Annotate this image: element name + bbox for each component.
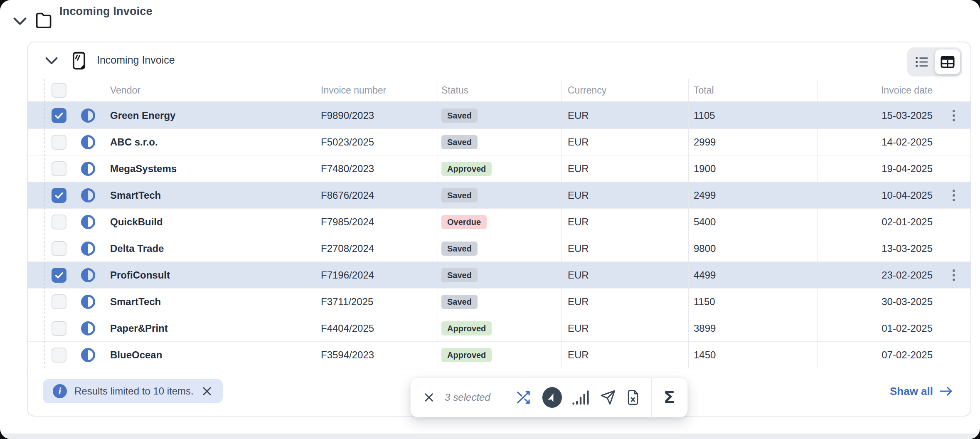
table-row[interactable]: BlueOcean F3594/2023 Approved EUR 1450 0… bbox=[28, 342, 970, 368]
total-value: 9800 bbox=[694, 243, 716, 254]
contrast-icon bbox=[81, 161, 96, 176]
invoice-number-cell: F7196/2024 bbox=[314, 262, 438, 288]
currency-cell: EUR bbox=[562, 209, 689, 235]
shuffle-icon[interactable] bbox=[515, 390, 532, 405]
table-row[interactable]: ABC s.r.o. F5023/2025 Saved EUR 2999 14-… bbox=[28, 129, 970, 155]
contrast-icon bbox=[81, 215, 96, 229]
row-menu-kebab-icon[interactable] bbox=[950, 187, 958, 204]
currency-value: EUR bbox=[568, 323, 589, 334]
row-checkbox[interactable] bbox=[52, 108, 66, 123]
gutter-cell bbox=[28, 102, 44, 128]
total-cell: 3899 bbox=[689, 315, 817, 341]
card-title: Incoming Invoice bbox=[97, 54, 175, 66]
column-header-invoice-date[interactable]: Invoice date bbox=[817, 79, 937, 101]
vendor-name: Paper&Print bbox=[110, 323, 168, 334]
row-checkbox-cell bbox=[44, 342, 74, 368]
currency-cell: EUR bbox=[562, 102, 689, 128]
row-checkbox[interactable] bbox=[52, 294, 66, 309]
table-row[interactable]: ProfiConsult F7196/2024 Saved EUR 4499 2… bbox=[28, 262, 970, 289]
vendor-name: Delta Trade bbox=[110, 243, 164, 254]
row-checkbox[interactable] bbox=[52, 135, 66, 150]
row-checkbox-cell bbox=[44, 102, 74, 128]
invoice-date-cell: 19-04-2025 bbox=[817, 155, 937, 182]
table-view-icon bbox=[940, 55, 955, 69]
results-limit-text: Results limited to 10 items. bbox=[74, 385, 194, 397]
vendor-name: Green Energy bbox=[110, 110, 175, 121]
table-body: Green Energy F9890/2023 Saved EUR 1105 1… bbox=[28, 102, 970, 368]
table-row[interactable]: MegaSystems F7480/2023 Approved EUR 1900… bbox=[28, 155, 970, 182]
row-actions-cell bbox=[937, 209, 970, 235]
currency-cell: EUR bbox=[562, 155, 689, 182]
row-checkbox[interactable] bbox=[52, 188, 66, 203]
column-header-total[interactable]: Total bbox=[689, 79, 817, 101]
invoice-date-cell: 02-01-2025 bbox=[817, 209, 937, 235]
status-cell: Approved bbox=[438, 315, 562, 341]
currency-cell: EUR bbox=[562, 315, 689, 341]
header-actions-cell bbox=[937, 79, 970, 101]
window-bottom-bar bbox=[0, 434, 980, 439]
card-collapse-chevron-down-icon[interactable] bbox=[44, 55, 59, 67]
signal-bars-icon[interactable] bbox=[572, 389, 590, 406]
vendor-cell: ProfiConsult bbox=[103, 262, 314, 288]
select-all-checkbox[interactable] bbox=[52, 83, 66, 98]
column-header-invoice-number[interactable]: Invoice number bbox=[314, 79, 438, 101]
vendor-name: ABC s.r.o. bbox=[110, 136, 158, 148]
row-actions-cell bbox=[937, 315, 970, 341]
row-icon-cell bbox=[74, 155, 103, 182]
file-excel-icon[interactable] bbox=[625, 389, 640, 406]
row-icon-cell bbox=[74, 102, 103, 128]
row-menu-kebab-icon[interactable] bbox=[950, 267, 958, 284]
clear-selection-close-icon[interactable] bbox=[423, 391, 435, 404]
sigma-icon[interactable]: Σ bbox=[664, 389, 675, 406]
row-checkbox[interactable] bbox=[52, 321, 66, 336]
total-value: 1900 bbox=[694, 163, 716, 175]
row-actions-cell bbox=[937, 129, 970, 155]
vendor-cell: BlueOcean bbox=[103, 342, 314, 368]
list-view-button[interactable] bbox=[909, 49, 934, 74]
table-row[interactable]: SmartTech F3711/2025 Saved EUR 1150 30-0… bbox=[28, 289, 970, 315]
total-value: 1105 bbox=[694, 110, 715, 121]
total-value: 1150 bbox=[694, 296, 715, 308]
show-all-link[interactable]: Shaw all bbox=[890, 385, 953, 398]
banner-close-icon[interactable] bbox=[201, 385, 213, 397]
currency-value: EUR bbox=[568, 110, 589, 121]
row-checkbox[interactable] bbox=[52, 215, 66, 229]
invoice-date: 14-02-2025 bbox=[882, 136, 933, 148]
row-checkbox[interactable] bbox=[52, 241, 66, 256]
row-icon-cell bbox=[74, 129, 103, 155]
column-header-status[interactable]: Status bbox=[438, 79, 562, 101]
currency-value: EUR bbox=[568, 190, 589, 201]
column-header-vendor[interactable]: Vendor bbox=[103, 79, 314, 101]
contrast-icon bbox=[81, 188, 96, 203]
contrast-icon bbox=[81, 348, 96, 363]
table-view-button[interactable] bbox=[935, 49, 960, 74]
row-menu-kebab-icon[interactable] bbox=[950, 107, 958, 124]
header-checkbox-cell bbox=[44, 79, 74, 101]
table-row[interactable]: Green Energy F9890/2023 Saved EUR 1105 1… bbox=[28, 102, 970, 129]
invoice-number: F5023/2025 bbox=[321, 136, 374, 148]
vendor-name: QuickBuild bbox=[110, 216, 163, 228]
collapse-chevron-down-icon[interactable] bbox=[12, 15, 27, 27]
invoice-number-cell: F3711/2025 bbox=[314, 289, 438, 315]
page-title: Incoming Invoice bbox=[59, 5, 153, 18]
view-toggle bbox=[907, 47, 962, 76]
invoice-number-cell: F4404/2025 bbox=[314, 315, 438, 341]
total-cell: 1150 bbox=[689, 289, 817, 315]
table-row[interactable]: Delta Trade F2708/2024 Saved EUR 9800 13… bbox=[28, 235, 970, 262]
row-actions-cell bbox=[937, 182, 970, 208]
status-cell: Saved bbox=[438, 102, 562, 128]
row-checkbox[interactable] bbox=[52, 268, 66, 283]
table-row[interactable]: Paper&Print F4404/2025 Approved EUR 3899… bbox=[28, 315, 970, 342]
row-checkbox[interactable] bbox=[52, 161, 66, 176]
invoice-table: Vendor Invoice number Status Currency To… bbox=[28, 79, 970, 368]
toolbar-divider bbox=[651, 378, 652, 417]
row-checkbox[interactable] bbox=[52, 348, 66, 363]
table-row[interactable]: SmartTech F8676/2024 Saved EUR 2499 10-0… bbox=[28, 182, 970, 209]
column-header-currency[interactable]: Currency bbox=[562, 79, 689, 101]
send-icon[interactable] bbox=[600, 390, 616, 405]
invoice-date: 01-02-2025 bbox=[882, 323, 933, 334]
navigation-icon[interactable] bbox=[542, 387, 562, 408]
status-badge: Saved bbox=[441, 295, 478, 309]
table-row[interactable]: QuickBuild F7985/2024 Overdue EUR 5400 0… bbox=[28, 209, 970, 235]
row-icon-cell bbox=[74, 315, 103, 341]
